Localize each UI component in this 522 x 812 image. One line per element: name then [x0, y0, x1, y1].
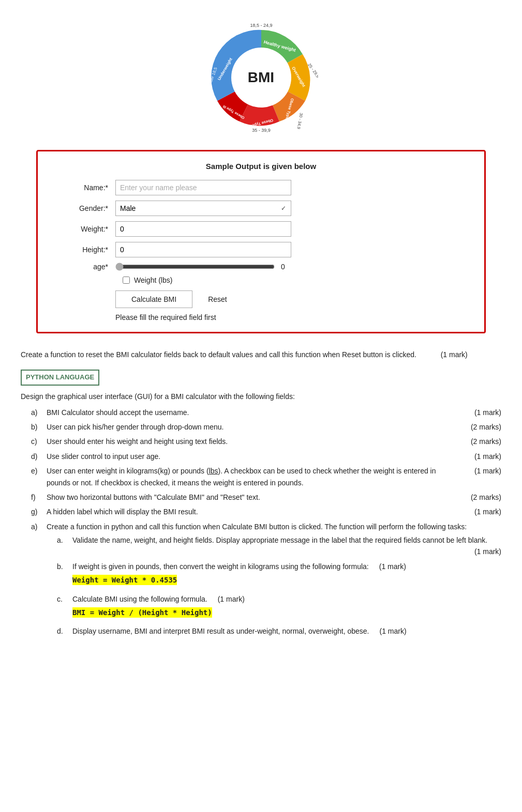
calculate-bmi-button[interactable]: Calculate BMI: [115, 290, 192, 308]
name-row: Name:*: [53, 180, 469, 195]
list-mark-g: (1 mark): [460, 506, 501, 517]
gender-select-wrapper: Male Female Other ✓: [115, 201, 291, 216]
range-healthy: 18,5 - 24,9: [250, 23, 272, 28]
list-mark-a: (1 mark): [460, 407, 501, 418]
list-item-b: b) User can pick his/her gender through …: [31, 421, 501, 433]
list-mark-b: (2 marks): [460, 421, 501, 433]
list-letter-f: f): [31, 492, 47, 503]
gender-select[interactable]: Male Female Other: [115, 201, 291, 216]
list-item-e: e) User can enter weight in kilograms(kg…: [31, 465, 501, 488]
main-list: a) BMI Calculator should accept the user…: [31, 407, 501, 640]
name-label: Name:*: [53, 183, 115, 192]
list-letter-g: g): [31, 506, 47, 517]
list-content-d: Use slider control to input user age.: [47, 451, 460, 462]
age-slider-wrapper: 0: [115, 263, 291, 271]
list-letter-a2: a): [31, 521, 47, 640]
height-row: Height:*: [53, 242, 469, 257]
weight-lbs-checkbox[interactable]: [123, 277, 130, 284]
sub-letter-d: d.: [57, 625, 72, 637]
list-content-c: User should enter his weight and height …: [47, 436, 460, 447]
sub-item-c: c. Calculate BMI using the following for…: [57, 593, 501, 623]
range-obese2: 35 - 39,9: [252, 128, 271, 133]
sub-letter-b: b.: [57, 561, 72, 590]
list-letter-e: e): [31, 465, 47, 488]
gender-label: Gender:*: [53, 204, 115, 212]
age-slider[interactable]: [115, 263, 275, 271]
formula-weight-text: Weight = Weight * 0.4535: [72, 575, 177, 585]
list-content-a: BMI Calculator should accept the usernam…: [47, 407, 460, 418]
list-mark-e: (1 mark): [460, 465, 501, 488]
list-content-b: User can pick his/her gender through dro…: [47, 421, 460, 433]
age-row: age* 0: [53, 263, 469, 271]
formula-bmi: BMI = Weight / (Height * Height): [72, 607, 245, 618]
sub-content-d: Display username, BMI and interpret BMI …: [72, 625, 407, 637]
weight-input[interactable]: [115, 221, 291, 237]
list-mark-f: (2 marks): [460, 492, 501, 503]
python-badge: PYTHON LANGUAGE: [21, 370, 99, 386]
sub-mark-b: (1 mark): [379, 561, 406, 572]
reset-instruction-text: Create a function to reset the BMI calcu…: [21, 350, 416, 359]
weight-label: Weight:*: [53, 225, 115, 233]
list-item-d: d) Use slider control to input user age.…: [31, 451, 501, 462]
sub-list: a. Validate the name, weight, and height…: [57, 534, 501, 637]
reset-button[interactable]: Reset: [192, 290, 243, 308]
bmi-center-label: BMI: [241, 57, 282, 98]
list-item-g: g) A hidden label which will display the…: [31, 506, 501, 517]
list-content-f: Show two horizontal buttons with "Calcul…: [47, 492, 460, 503]
sub-item-d: d. Display username, BMI and interpret B…: [57, 625, 501, 637]
sub-mark-d: (1 mark): [380, 625, 407, 637]
reset-mark: (1 mark): [441, 350, 468, 359]
bmi-form-box: Sample Output is given below Name:* Gend…: [36, 150, 486, 333]
sub-letter-c: c.: [57, 593, 72, 623]
list-letter-c: c): [31, 436, 47, 447]
sub-content-b: If weight is given in pounds, then conve…: [72, 561, 406, 590]
list-letter-b: b): [31, 421, 47, 433]
height-label: Height:*: [53, 246, 115, 254]
weight-lbs-label: Weight (lbs): [134, 276, 172, 284]
gender-row: Gender:* Male Female Other ✓: [53, 201, 469, 216]
button-row: Calculate BMI Reset: [115, 290, 469, 308]
list-item-a: a) BMI Calculator should accept the user…: [31, 407, 501, 418]
form-validation-message: Please fill the required field first: [115, 313, 469, 321]
height-input[interactable]: [115, 242, 291, 257]
sub-item-b: b. If weight is given in pounds, then co…: [57, 561, 501, 590]
sub-mark-c: (1 mark): [218, 593, 245, 605]
design-intro: Design the graphical user interface (GUI…: [21, 391, 501, 402]
list-content-g: A hidden label which will display the BM…: [47, 506, 460, 517]
formula-weight: Weight = Weight * 0.4535: [72, 574, 406, 586]
list-content-a2: Create a function in python and call thi…: [47, 521, 501, 640]
list-item-f: f) Show two horizontal buttons with "Cal…: [31, 492, 501, 503]
age-value: 0: [281, 263, 291, 271]
sub-mark-a: (1 mark): [474, 546, 501, 557]
range-obese3-label: More 40: [208, 114, 224, 126]
list-letter-a: a): [31, 407, 47, 418]
form-title: Sample Output is given below: [53, 162, 469, 171]
sub-item-a: a. Validate the name, weight, and height…: [57, 534, 501, 558]
bmi-wheel: 18,5 - 24,9 25 - 29,9 30 - 34,9 35 - 39,…: [204, 21, 318, 134]
age-label: age*: [53, 263, 115, 271]
sub-content-c: Calculate BMI using the following formul…: [72, 593, 245, 623]
reset-instruction: Create a function to reset the BMI calcu…: [21, 349, 501, 360]
list-content-e: User can enter weight in kilograms(kg) o…: [47, 465, 460, 488]
content-section: Create a function to reset the BMI calcu…: [21, 349, 501, 640]
name-input[interactable]: [115, 180, 291, 195]
list-item-a2: a) Create a function in python and call …: [31, 521, 501, 640]
checkbox-row: Weight (lbs): [123, 276, 469, 284]
bmi-wheel-section: 18,5 - 24,9 25 - 29,9 30 - 34,9 35 - 39,…: [21, 21, 501, 134]
sub-letter-a: a.: [57, 534, 72, 558]
weight-row: Weight:*: [53, 221, 469, 237]
list-item-c: c) User should enter his weight and heig…: [31, 436, 501, 447]
range-obese1: 30 - 34,9: [296, 113, 303, 130]
list-mark-c: (2 marks): [460, 436, 501, 447]
list-letter-d: d): [31, 451, 47, 462]
sub-content-a: Validate the name, weight, and height fi…: [72, 534, 501, 558]
formula-bmi-text: BMI = Weight / (Height * Height): [72, 607, 212, 618]
list-mark-d: (1 mark): [460, 451, 501, 462]
